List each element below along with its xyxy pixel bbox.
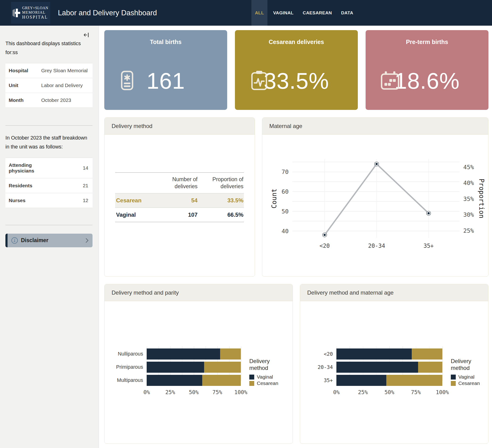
legend-swatch [249, 375, 254, 379]
table-row: Month October 2023 [5, 93, 92, 108]
maternal-age-card: Maternal age 4050607025%30%35%40%45%<202… [262, 117, 489, 277]
staff-count: 14 [38, 158, 92, 178]
svg-text:40: 40 [282, 228, 289, 234]
staff-label: Attending physicians [5, 158, 38, 178]
table-row: Nurses 12 [5, 193, 92, 208]
clipboard-pulse-icon [249, 70, 269, 92]
x-axis-tick: 75% [212, 389, 222, 395]
logo-line2: MEMORIAL [22, 10, 48, 15]
bar-category-label: Nulliparous [108, 351, 147, 357]
parity-card: Delivery method and parity NulliparousPr… [104, 284, 293, 444]
svg-text:45%: 45% [463, 164, 474, 170]
bar-segment-vaginal [336, 375, 386, 386]
hospital-logo-text: GREY+SLOAN MEMORIAL HOSPITAL [22, 6, 48, 20]
value-box-title: Cesarean deliveries [235, 30, 358, 45]
tab-data[interactable]: DATA [338, 0, 357, 26]
delivery-method-table: Number of deliveries Proportion of deliv… [115, 172, 244, 222]
x-axis-tick: 25% [165, 389, 175, 395]
x-axis-tick: 100% [436, 389, 449, 395]
sidebar: This dashboard displays statistics for:s… [0, 26, 99, 448]
column-header: Number of deliveries [151, 172, 198, 193]
svg-text:20-34: 20-34 [368, 243, 385, 249]
tab-caesarean[interactable]: CAESAREAN [299, 0, 336, 26]
svg-text:Proportion: Proportion [478, 179, 485, 218]
legend-title: Delivery method [451, 358, 477, 371]
table-row: Unit Labor and Delivery [5, 78, 92, 93]
maternal-age-line-chart: 4050607025%30%35%40%45%<2020-3435+CountP… [265, 154, 486, 257]
legend-item: Vaginal [249, 374, 278, 380]
bar-row: Primiparous [108, 362, 241, 373]
legend-item: Vaginal [451, 374, 480, 380]
table-row-vaginal: Vaginal 107 66.5% [115, 208, 244, 222]
svg-text:i: i [13, 238, 16, 243]
bar-row: Multiparous [108, 375, 241, 386]
legend-item: Cesarean [249, 380, 278, 386]
disclaimer-button[interactable]: i Disclaimer [5, 234, 92, 247]
x-axis-tick: 0% [143, 389, 150, 395]
bar-category-label: 35+ [303, 378, 336, 383]
column-header: Proportion of deliveries [198, 172, 244, 193]
logo-line1: GREY+SLOAN [22, 6, 48, 10]
bar-segment-vaginal [147, 375, 202, 386]
delivery-method-card: Delivery method Number of deliveries Pro… [104, 117, 255, 277]
calendar-week-icon [380, 70, 400, 91]
bar-segment-cesarean [386, 375, 442, 386]
cell-count: 54 [151, 193, 198, 208]
value-box-cesarean: Cesarean deliveries 33.5% [235, 30, 358, 110]
value-box-title: Total births [104, 30, 227, 45]
table-header-row: Number of deliveries Proportion of deliv… [115, 172, 244, 193]
page-title: Labor and Delivery Dashboard [58, 9, 157, 17]
card-title: Delivery method [104, 118, 255, 135]
card-title: Delivery method and maternal age [300, 284, 488, 301]
svg-text:35+: 35+ [423, 243, 434, 249]
disclaimer-label: Disclaimer [21, 237, 48, 244]
svg-text:50: 50 [282, 208, 289, 215]
value-box-value: 161 [146, 68, 185, 94]
app-header: GREY+SLOAN MEMORIAL HOSPITAL Labor and D… [0, 0, 492, 26]
sidebar-collapse-icon[interactable] [83, 32, 90, 39]
info-label: Hospital [5, 63, 38, 78]
hospital-info-table: Hospital Grey Sloan Memorial Unit Labor … [5, 63, 92, 108]
legend-swatch [249, 381, 254, 386]
sidebar-intro-text: This dashboard displays statistics for:s… [5, 39, 92, 57]
sidebar-divider [5, 225, 92, 225]
bar-segment-vaginal [336, 348, 412, 359]
bar-row: <20 [303, 348, 442, 359]
value-box-value: 18.6% [394, 68, 460, 94]
card-title: Delivery method and parity [104, 284, 293, 301]
info-icon: i [11, 237, 18, 244]
x-axis-tick: 25% [358, 389, 368, 395]
main-content: Total births 161 [99, 26, 492, 448]
svg-text:25%: 25% [463, 227, 474, 234]
bar-segment-cesarean [418, 362, 442, 373]
card-title: Maternal age [262, 118, 488, 135]
svg-text:70: 70 [282, 169, 289, 175]
bar-segment-vaginal [147, 348, 220, 359]
svg-text:35%: 35% [463, 195, 474, 202]
legend-title: Delivery method [249, 358, 275, 371]
bar-segment-cesarean [412, 348, 442, 359]
svg-text:40%: 40% [463, 179, 474, 186]
bar-segment-cesarean [220, 348, 241, 359]
legend-item: Cesarean [451, 380, 480, 386]
svg-text:60: 60 [282, 188, 289, 195]
bar-category-label: 20-34 [303, 364, 336, 370]
legend-swatch [451, 375, 456, 379]
info-label: Unit [5, 78, 38, 93]
bar-segment-vaginal [336, 362, 418, 373]
bar-row: 20-34 [303, 362, 442, 373]
staff-label: Nurses [5, 193, 38, 208]
x-axis-tick: 75% [411, 389, 421, 395]
cell-proportion: 66.5% [198, 208, 244, 222]
cell-count: 107 [151, 208, 198, 222]
tab-vaginal[interactable]: VAGINAL [269, 0, 297, 26]
table-row: Attending physicians 14 [5, 158, 92, 178]
tab-all[interactable]: ALL [251, 0, 267, 26]
staff-count: 12 [38, 193, 92, 208]
age-stacked-bar-chart: <2020-3435+0%25%50%75%100%Delivery metho… [300, 348, 488, 396]
table-row-cesarean: Cesarean 54 33.5% [115, 193, 244, 208]
x-axis-tick: 100% [234, 389, 247, 395]
hospital-logo: GREY+SLOAN MEMORIAL HOSPITAL [11, 2, 50, 24]
bar-row: Nulliparous [108, 348, 241, 359]
row-label: Vaginal [115, 208, 151, 222]
